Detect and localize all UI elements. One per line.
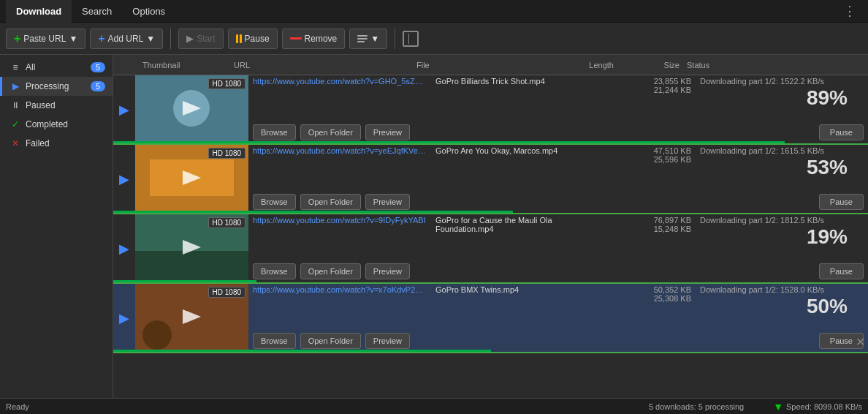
sidebar-all-label: All — [26, 62, 91, 72]
row-play-btn-1[interactable]: ▶ — [113, 75, 135, 143]
row-url-3[interactable]: https://www.youtube.com/watch?v=9IDyFykY… — [248, 214, 431, 262]
row-file-3: GoPro for a Cause the Mauli Ola Foundati… — [431, 214, 585, 262]
remove-button[interactable]: Remove — [282, 29, 346, 49]
hd-badge-1: HD 1080 — [208, 78, 245, 89]
row-actions-2: Browse Open Folder Preview Pause — [248, 192, 868, 213]
row-thumbnail-1: HD 1080 — [135, 75, 248, 143]
open-folder-btn-4[interactable]: Open Folder — [300, 333, 361, 349]
left-actions-2: Browse Open Folder Preview — [253, 194, 410, 210]
hd-badge-2: HD 1080 — [208, 148, 245, 159]
menu-more-icon[interactable]: ⋮ — [837, 3, 862, 19]
all-icon: ≡ — [9, 62, 21, 72]
progress-bar-4 — [113, 350, 491, 352]
row-content-4: https://www.youtube.com/watch?v=x7oKdvP2… — [248, 284, 868, 352]
row-actions-1: Browse Open Folder Preview Pause — [248, 123, 868, 143]
menu-search[interactable]: Search — [72, 0, 122, 23]
paste-url-button[interactable]: + Paste URL ▼ — [6, 29, 85, 49]
download-row-3[interactable]: ▶ HD 1080 https://www.youtube.com/watch?… — [113, 214, 868, 284]
sidebar-toggle-button[interactable] — [403, 31, 419, 47]
row-status-1: Downloading part 1/2: 1522.2 KB/s 89% — [694, 75, 868, 123]
sidebar-item-paused[interactable]: ⏸ Paused — [0, 96, 113, 115]
open-folder-btn-2[interactable]: Open Folder — [300, 194, 361, 210]
start-button[interactable]: ▶ Start — [178, 29, 223, 49]
download-row-4[interactable]: ▶ HD 1080 https://www.youtube.com/watch?… — [113, 284, 868, 353]
add-url-button[interactable]: + Add URL ▼ — [90, 29, 163, 49]
sidebar-item-completed[interactable]: ✓ Completed — [0, 115, 113, 134]
size-top-3: 76,897 KB — [631, 216, 691, 225]
speed-section: ▼ Speed: 8099.08 KB/s — [773, 401, 862, 413]
status-pct-2: 53% — [700, 155, 862, 180]
preview-btn-1[interactable]: Preview — [365, 124, 410, 140]
download-row-2[interactable]: ▶ HD 1080 https://www.youtube.com/watch?… — [113, 145, 868, 214]
left-actions-4: Browse Open Folder Preview — [253, 333, 410, 349]
hd-badge-3: HD 1080 — [208, 217, 245, 228]
sidebar-failed-label: Failed — [26, 138, 105, 148]
paste-url-arrow: ▼ — [69, 34, 77, 44]
row-play-btn-3[interactable]: ▶ — [113, 214, 135, 282]
status-text-4: Downloading part 1/2: 1528.0 KB/s — [700, 285, 862, 294]
sidebar-item-all[interactable]: ≡ All 5 — [0, 58, 113, 77]
downloads-list[interactable]: ▶ HD 1080 https://www.youtube.com/watch?… — [113, 75, 868, 398]
lines-icon — [357, 35, 368, 42]
preview-btn-4[interactable]: Preview — [365, 333, 410, 349]
queue-settings-button[interactable]: ▼ — [349, 29, 387, 49]
add-url-arrow: ▼ — [146, 34, 155, 44]
sidebar-all-count: 5 — [91, 62, 105, 72]
pause-button[interactable]: Pause — [228, 29, 278, 49]
main-content: ≡ All 5 ▶ Processing 5 ⏸ Paused ✓ Comple… — [0, 55, 868, 398]
remove-icon — [290, 37, 302, 39]
header-file: File — [416, 61, 570, 69]
open-folder-btn-1[interactable]: Open Folder — [300, 124, 361, 140]
sidebar: ≡ All 5 ▶ Processing 5 ⏸ Paused ✓ Comple… — [0, 55, 113, 398]
download-row-1[interactable]: ▶ HD 1080 https://www.youtube.com/watch?… — [113, 75, 868, 145]
play-icon: ▶ — [186, 33, 194, 44]
status-ready-label: Ready — [6, 402, 29, 411]
row-play-btn-2[interactable]: ▶ — [113, 145, 135, 213]
header-thumbnail: Thumbnail — [113, 61, 234, 69]
row-actions-4: Browse Open Folder Preview Pause — [248, 331, 868, 352]
size-top-1: 23,855 KB — [631, 77, 691, 86]
row-url-2[interactable]: https://www.youtube.com/watch?v=yeEJqfKV… — [248, 145, 431, 192]
sidebar-paused-label: Paused — [26, 100, 105, 110]
browse-btn-1[interactable]: Browse — [253, 124, 296, 140]
preview-btn-2[interactable]: Preview — [365, 194, 410, 210]
row-top-2: https://www.youtube.com/watch?v=yeEJqfKV… — [248, 145, 868, 192]
row-size-3: 76,897 KB 15,248 KB — [628, 214, 694, 262]
browse-btn-2[interactable]: Browse — [253, 194, 296, 210]
pause-icon — [236, 34, 242, 43]
sidebar-item-processing[interactable]: ▶ Processing 5 — [0, 77, 113, 96]
right-actions-1: Pause — [819, 124, 864, 140]
download-area: Thumbnail URL File Length Size Status ▶ … — [113, 55, 868, 398]
row-play-btn-4[interactable]: ▶ — [113, 284, 135, 352]
right-actions-2: Pause — [819, 194, 864, 210]
toolbar-divider-1 — [170, 29, 171, 49]
progress-bar-2 — [113, 211, 513, 213]
row-close-btn-4[interactable]: ✕ — [856, 335, 865, 349]
pause-row-btn-2[interactable]: Pause — [819, 194, 864, 210]
paused-icon: ⏸ — [9, 100, 21, 110]
browse-btn-3[interactable]: Browse — [253, 263, 296, 279]
pause-row-btn-3[interactable]: Pause — [819, 263, 864, 279]
header-size: Size — [614, 61, 679, 69]
row-url-1[interactable]: https://www.youtube.com/watch?v=GHO_5sZU… — [248, 75, 431, 123]
pause-row-btn-1[interactable]: Pause — [819, 124, 864, 140]
status-pct-1: 89% — [700, 86, 862, 110]
size-top-4: 50,352 KB — [631, 285, 691, 294]
menu-download[interactable]: Download — [6, 0, 72, 23]
status-text-3: Downloading part 1/2: 1812.5 KB/s — [700, 216, 862, 225]
row-url-4[interactable]: https://www.youtube.com/watch?v=x7oKdvP2… — [248, 284, 431, 331]
queue-arrow: ▼ — [370, 34, 379, 44]
row-top-3: https://www.youtube.com/watch?v=9IDyFykY… — [248, 214, 868, 262]
row-file-2: GoPro Are You Okay, Marcos.mp4 — [431, 145, 585, 192]
hd-badge-4: HD 1080 — [208, 287, 245, 298]
browse-btn-4[interactable]: Browse — [253, 333, 296, 349]
toolbar-divider-2 — [395, 29, 395, 49]
menu-options[interactable]: Options — [122, 0, 175, 23]
status-bar: Ready 5 downloads: 5 processing ▼ Speed:… — [0, 398, 868, 414]
open-folder-btn-3[interactable]: Open Folder — [300, 263, 361, 279]
preview-btn-3[interactable]: Preview — [365, 263, 410, 279]
downloads-count-label: 5 downloads: 5 processing — [649, 402, 744, 411]
status-text-2: Downloading part 1/2: 1615.5 KB/s — [700, 146, 862, 155]
sidebar-item-failed[interactable]: ✕ Failed — [0, 134, 113, 153]
row-length-4 — [585, 284, 628, 331]
